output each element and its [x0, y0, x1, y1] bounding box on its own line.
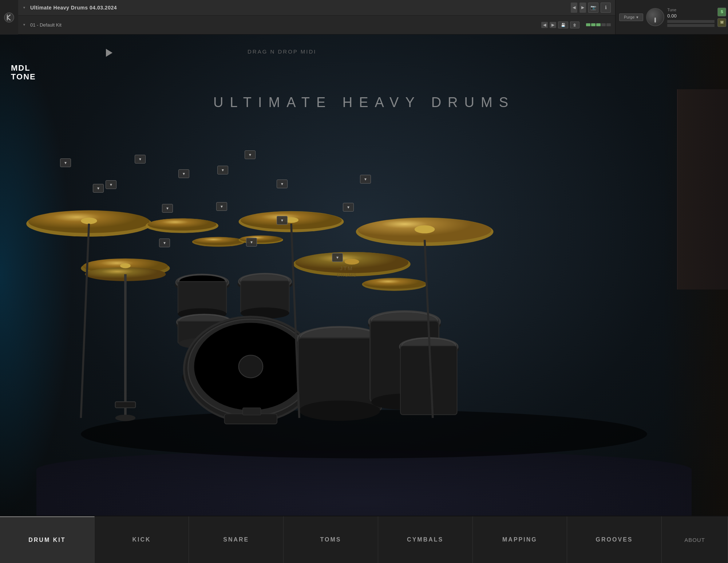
- tab-kick[interactable]: KICK: [95, 516, 189, 563]
- tune-bars: [667, 20, 715, 27]
- right-controls-panel: Purge ▾ Tune 0.00 S M L: [615, 0, 728, 34]
- tab-drum-kit[interactable]: DRUM KIT: [0, 516, 95, 563]
- tab-cymbals[interactable]: CYMBALS: [378, 516, 473, 563]
- purge-button[interactable]: Purge ▾: [619, 13, 643, 21]
- drums-label: DRUMS: [337, 272, 357, 278]
- tab-grooves[interactable]: GROOVES: [567, 516, 662, 563]
- dropdown-small-crash-left[interactable]: ▾: [135, 155, 146, 164]
- dropdown-right-crash-medium[interactable]: ▾: [277, 180, 288, 188]
- hihat-base: [115, 415, 136, 421]
- preset-dropdown-arrow[interactable]: ▼: [23, 23, 26, 27]
- play-icon: [106, 49, 112, 57]
- drag-drop-label: DRAG N DROP MIDI: [248, 48, 316, 55]
- tab-kick-label: KICK: [132, 536, 151, 543]
- meter-5: [606, 23, 611, 26]
- dropdown-rack-tom-center[interactable]: ▾: [216, 202, 227, 211]
- tab-grooves-label: GROOVES: [596, 536, 633, 543]
- tab-toms-label: TOMS: [320, 536, 341, 543]
- preset-row: ▼ 01 - Default Kit ◀ ▶ 💾 🗑: [18, 16, 615, 34]
- purge-section: Purge ▾: [619, 13, 643, 21]
- tune-display: Tune 0.00: [667, 8, 715, 27]
- mute-button[interactable]: M: [717, 18, 726, 27]
- tab-snare[interactable]: SNARE: [189, 516, 284, 563]
- drum-image-area: DRAG N DROP MIDI MDL TONE ULTIMATE HEAVY…: [0, 35, 728, 516]
- solo-button[interactable]: S: [717, 8, 726, 16]
- tab-snare-label: SNARE: [223, 536, 249, 543]
- dropdown-hihat[interactable]: ▾: [93, 184, 104, 193]
- camera-icon[interactable]: 📷: [588, 3, 598, 13]
- preset-name: 01 - Default Kit: [30, 22, 62, 28]
- bottom-navigation: DRUM KIT KICK SNARE TOMS CYMBALS MAPPING…: [0, 516, 728, 563]
- jtm-label: JTM: [340, 265, 353, 271]
- tune-value: 0.00: [667, 13, 715, 19]
- kontakt-logo: [0, 0, 18, 35]
- dropdown-china[interactable]: ▾: [217, 166, 228, 174]
- save-preset-btn[interactable]: 💾: [558, 21, 568, 28]
- prev-instrument-btn[interactable]: ◀: [571, 3, 577, 13]
- kick-pedal: [225, 414, 277, 424]
- dropdown-crash-right[interactable]: ▾: [245, 150, 256, 159]
- cymbal-far-left-bell: [81, 218, 97, 224]
- dropdown-kick[interactable]: ▾: [246, 238, 257, 247]
- dropdown-floor-tom-large[interactable]: ▾: [277, 216, 288, 225]
- floor-tom-small-body: [400, 346, 457, 415]
- cymbal-stand-left: [81, 224, 89, 418]
- tab-cymbals-label: CYMBALS: [407, 536, 443, 543]
- tab-toms[interactable]: TOMS: [284, 516, 378, 563]
- tab-drum-kit-label: DRUM KIT: [28, 537, 66, 543]
- svg-point-0: [4, 13, 14, 22]
- tune-label: Tune: [667, 8, 715, 12]
- meter-3: [596, 23, 601, 26]
- dropdown-tom-left[interactable]: ▾: [106, 180, 116, 189]
- instrument-info: ▼ Ultimate Heavy Drums 04.03.2024 ◀ ▶ 📷 …: [18, 0, 615, 34]
- dropdown-rack-tom-left[interactable]: ▾: [162, 204, 173, 213]
- purge-arrow: ▾: [636, 15, 638, 20]
- dropdown-ride-cymbal[interactable]: ▾: [360, 175, 371, 184]
- dropdown-far-left-cymbal[interactable]: ▾: [60, 158, 71, 167]
- cymbal-splash-right-top: [363, 278, 426, 289]
- tab-mapping-label: MAPPING: [502, 536, 537, 543]
- instrument-name-row: ▼ Ultimate Heavy Drums 04.03.2024 ◀ ▶ 📷 …: [18, 0, 615, 16]
- tune-knob-container: [646, 8, 664, 26]
- next-instrument-btn[interactable]: ▶: [579, 3, 586, 13]
- top-bar: ▼ Ultimate Heavy Drums 04.03.2024 ◀ ▶ 📷 …: [0, 0, 728, 35]
- hihat-pedal: [115, 402, 136, 408]
- tune-knob[interactable]: [646, 8, 664, 26]
- play-button[interactable]: [102, 46, 116, 60]
- meter-4: [601, 23, 606, 26]
- tab-mapping[interactable]: MAPPING: [473, 516, 567, 563]
- prev-preset-btn[interactable]: ◀: [541, 22, 548, 28]
- purge-label: Purge: [624, 15, 634, 19]
- info-icon[interactable]: ℹ: [601, 3, 611, 13]
- floor-tom-large-bottom: [299, 401, 380, 421]
- tune-bar-1[interactable]: [667, 20, 715, 23]
- dropdown-floor-tom-medium[interactable]: ▾: [332, 253, 343, 262]
- cymbal-small-left-top: [148, 218, 217, 231]
- cymbal-splash-left-top: [193, 237, 244, 245]
- sm-buttons: S M: [717, 8, 726, 27]
- meter-1: [586, 23, 590, 26]
- tab-about[interactable]: About: [662, 516, 728, 563]
- dropdown-splash-left[interactable]: ▾: [178, 169, 189, 178]
- tune-bar-2[interactable]: [667, 24, 715, 27]
- next-preset-btn[interactable]: ▶: [550, 22, 556, 28]
- cymbal-ride-bell: [415, 225, 435, 233]
- dropdown-snare[interactable]: ▾: [159, 239, 170, 247]
- cymbal-right-crash-bell: [345, 259, 359, 265]
- delete-preset-btn[interactable]: 🗑: [570, 21, 579, 28]
- tab-about-label: About: [684, 537, 705, 543]
- main-content: DRAG N DROP MIDI MDL TONE ULTIMATE HEAVY…: [0, 35, 728, 516]
- instrument-dropdown-arrow[interactable]: ▼: [23, 6, 26, 9]
- hihat-bell: [120, 263, 131, 268]
- kick-beater: [243, 408, 261, 415]
- dropdown-right-splash[interactable]: ▾: [343, 203, 354, 212]
- drum-kit-visual: JTM DRUMS: [0, 64, 728, 473]
- level-meters: [586, 23, 611, 26]
- meter-2: [591, 23, 596, 26]
- kick-port: [239, 355, 263, 378]
- floor-tom-large-body: [298, 338, 381, 411]
- instrument-name: Ultimate Heavy Drums 04.03.2024: [30, 5, 117, 11]
